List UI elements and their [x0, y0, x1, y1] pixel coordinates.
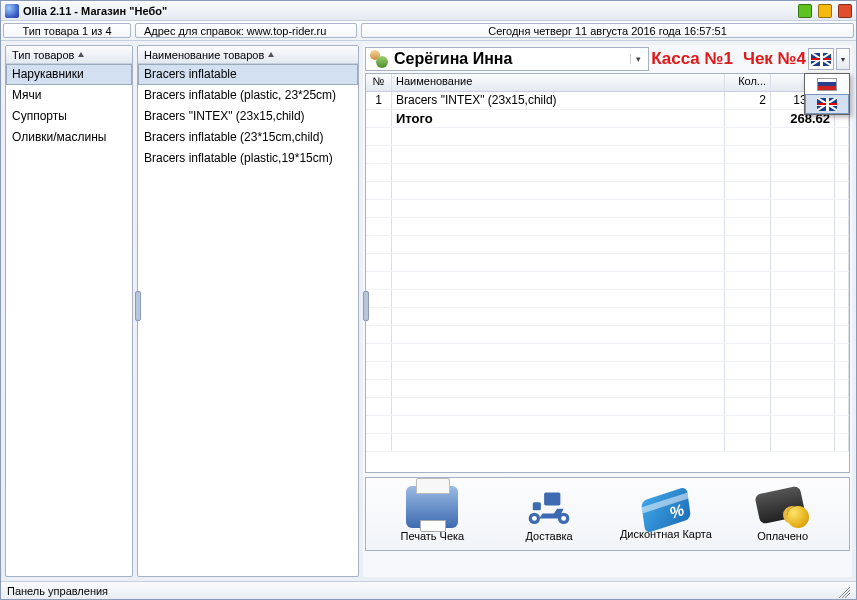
date-line: Сегодня четверг 11 августа 2016 года 16:… — [361, 23, 854, 38]
flag-uk-icon — [817, 98, 837, 111]
type-item[interactable]: Нарукавники — [6, 64, 132, 85]
grid-header: № Наименование Кол... Цена — [366, 74, 849, 92]
name-item[interactable]: Bracers inflatable (23*15cm,child) — [138, 127, 358, 148]
table-row — [366, 272, 849, 290]
lang-option-ru[interactable] — [805, 74, 849, 94]
receipt-panel: Серёгина Инна ▾ Касса №1 Чек №4 ▾ — [363, 45, 852, 577]
titlebar: Ollia 2.11 - Магазин "Небо" — [1, 1, 856, 21]
name-item[interactable]: Bracers inflatable — [138, 64, 358, 85]
discount-card-icon — [641, 486, 691, 533]
table-row — [366, 416, 849, 434]
receipt-topbar: Серёгина Инна ▾ Касса №1 Чек №4 ▾ — [363, 45, 852, 73]
cell — [725, 110, 771, 127]
table-row — [366, 218, 849, 236]
check-label: Чек №4 — [743, 49, 806, 69]
app-window: Ollia 2.11 - Магазин "Небо" Тип товара 1… — [0, 0, 857, 600]
cell: 1 — [366, 92, 392, 109]
name-panel: Наименование товаров Bracers inflatableB… — [137, 45, 359, 577]
flag-ru-icon — [817, 78, 837, 91]
type-item[interactable]: Оливки/маслины — [6, 127, 132, 148]
table-row — [366, 344, 849, 362]
table-row — [366, 128, 849, 146]
svg-rect-0 — [544, 492, 560, 505]
svg-rect-3 — [533, 502, 541, 510]
scooter-icon — [523, 486, 575, 528]
cell: Итого — [392, 110, 725, 127]
statusbar-text: Панель управления — [7, 585, 108, 597]
paid-label: Оплачено — [757, 530, 808, 542]
help-address: Адрес для справок: www.top-rider.ru — [135, 23, 357, 38]
statusbar: Панель управления — [1, 581, 856, 599]
table-row — [366, 326, 849, 344]
flag-uk-icon — [811, 53, 831, 66]
type-counter: Тип товара 1 из 4 — [3, 23, 131, 38]
table-row — [366, 308, 849, 326]
svg-point-5 — [561, 516, 566, 521]
action-bar: Печать Чека Доставка Дисконтная Карта Оп… — [365, 477, 850, 551]
sort-asc-icon — [78, 52, 84, 57]
name-item[interactable]: Bracers "INTEX" (23x15,child) — [138, 106, 358, 127]
language-dropdown — [804, 73, 850, 115]
svg-point-4 — [532, 516, 537, 521]
type-item[interactable]: Суппорты — [6, 106, 132, 127]
print-button[interactable]: Печать Чека — [382, 486, 482, 542]
money-icon — [757, 486, 809, 528]
splitter-right[interactable] — [363, 291, 369, 321]
type-panel: Тип товаров НарукавникиМячиСуппортыОливк… — [5, 45, 133, 577]
table-row — [366, 164, 849, 182]
discount-label: Дисконтная Карта — [620, 528, 712, 540]
table-row — [366, 146, 849, 164]
table-row — [366, 380, 849, 398]
name-item[interactable]: Bracers inflatable (plastic,19*15cm) — [138, 148, 358, 169]
language-dropdown-button[interactable]: ▾ — [836, 48, 850, 70]
splitter-left[interactable] — [135, 291, 141, 321]
kassa-label: Касса №1 — [651, 49, 733, 69]
app-icon — [5, 4, 19, 18]
delivery-button[interactable]: Доставка — [499, 486, 599, 542]
table-row — [366, 254, 849, 272]
delivery-label: Доставка — [526, 530, 573, 542]
table-row — [366, 236, 849, 254]
col-name[interactable]: Наименование — [392, 74, 725, 91]
type-header[interactable]: Тип товаров — [6, 46, 132, 64]
table-row — [366, 290, 849, 308]
discount-button[interactable]: Дисконтная Карта — [616, 488, 716, 540]
language-select[interactable] — [808, 48, 834, 70]
name-item[interactable]: Bracers inflatable (plastic, 23*25cm) — [138, 85, 358, 106]
person-icon — [370, 50, 388, 68]
printer-icon — [406, 486, 458, 528]
table-row — [366, 434, 849, 452]
table-row[interactable]: 1Bracers "INTEX" (23x15,child)2134.31 — [366, 92, 849, 110]
lang-option-en[interactable] — [805, 94, 849, 114]
chevron-down-icon: ▾ — [630, 54, 646, 64]
info-row: Тип товара 1 из 4 Адрес для справок: www… — [1, 21, 856, 41]
minimize-button[interactable] — [798, 4, 812, 18]
cell: 2 — [725, 92, 771, 109]
table-row — [366, 398, 849, 416]
table-row[interactable]: Итого268.62 — [366, 110, 849, 128]
col-qty[interactable]: Кол... — [725, 74, 771, 91]
table-row — [366, 200, 849, 218]
receipt-grid: № Наименование Кол... Цена 1Bracers "INT… — [365, 73, 850, 473]
sort-asc-icon — [268, 52, 274, 57]
type-item[interactable]: Мячи — [6, 85, 132, 106]
cell — [366, 110, 392, 127]
type-header-label: Тип товаров — [12, 49, 74, 61]
cashier-select[interactable]: Серёгина Инна ▾ — [365, 47, 649, 71]
close-button[interactable] — [838, 4, 852, 18]
name-list: Bracers inflatableBracers inflatable (pl… — [138, 64, 358, 576]
window-title: Ollia 2.11 - Магазин "Небо" — [23, 5, 167, 17]
name-header[interactable]: Наименование товаров — [138, 46, 358, 64]
resize-grip[interactable] — [836, 584, 850, 598]
maximize-button[interactable] — [818, 4, 832, 18]
paid-button[interactable]: Оплачено — [733, 486, 833, 542]
grid-body: 1Bracers "INTEX" (23x15,child)2134.31Ито… — [366, 92, 849, 472]
table-row — [366, 182, 849, 200]
name-header-label: Наименование товаров — [144, 49, 264, 61]
cashier-name: Серёгина Инна — [394, 50, 512, 68]
col-num[interactable]: № — [366, 74, 392, 91]
table-row — [366, 362, 849, 380]
cell: Bracers "INTEX" (23x15,child) — [392, 92, 725, 109]
type-list: НарукавникиМячиСуппортыОливки/маслины — [6, 64, 132, 576]
